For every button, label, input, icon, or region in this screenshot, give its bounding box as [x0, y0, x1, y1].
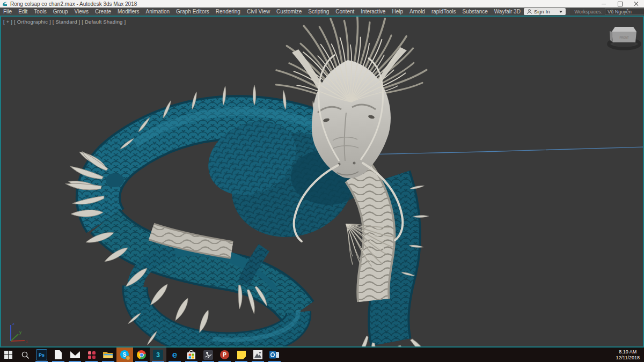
taskbar-store[interactable] [183, 348, 200, 362]
chrome-icon [137, 350, 146, 359]
menu-item-create[interactable]: Create [92, 8, 114, 16]
window-title: Rong colsap co chan2.max - Autodesk 3ds … [10, 1, 137, 7]
minimize-button[interactable] [596, 0, 612, 8]
photos-icon [253, 350, 262, 359]
menu-item-substance[interactable]: Substance [459, 8, 491, 16]
windows-start-icon [4, 351, 13, 359]
taskbar-notepad[interactable] [50, 348, 67, 362]
window-titlebar: Rong colsap co chan2.max - Autodesk 3ds … [0, 0, 644, 8]
3ds-max-icon: 3 [153, 350, 163, 360]
viewport-canvas[interactable]: FRONT z x y [1, 17, 643, 346]
dragon-neck-scutes [358, 173, 379, 300]
taskbar-edge[interactable]: e [166, 348, 183, 362]
taskbar-start-button[interactable] [0, 348, 17, 362]
menu-item-help[interactable]: Help [389, 8, 406, 16]
sign-in-button[interactable]: Sign In [524, 8, 566, 15]
menu-item-group[interactable]: Group [50, 8, 71, 16]
taskbar-chrome[interactable] [133, 348, 150, 362]
sketchup-icon [203, 350, 213, 360]
sign-in-caret-icon [559, 11, 562, 13]
viewport-label-row: [ + ] [ Orthographic ] [ Standard ] [ De… [3, 19, 126, 25]
axis-z-label: z [12, 321, 14, 326]
viewport-standard-menu[interactable]: [ Standard ] [53, 19, 80, 25]
taskbar-sketchup[interactable] [200, 348, 216, 362]
store-icon [187, 350, 196, 360]
window-accent-top [0, 16, 644, 17]
taskbar-pinterest[interactable]: P [216, 348, 233, 362]
viewport-general-menu[interactable]: [ + ] [3, 19, 12, 25]
taskbar-photoshop[interactable]: Ps [33, 348, 50, 362]
workspace-value: Vũ Nguyễn [608, 9, 632, 14]
sticky-notes-icon [237, 351, 246, 359]
menu-item-tools[interactable]: Tools [31, 8, 49, 16]
workspace-dropdown[interactable]: Vũ Nguyễn [605, 8, 644, 15]
mail-icon [70, 351, 80, 358]
search-icon [21, 351, 30, 359]
pinterest-icon: P [220, 350, 229, 359]
window-accent-left [0, 17, 1, 348]
taskbar-sticky-notes[interactable] [233, 348, 250, 362]
axis-y-label: y [19, 330, 21, 335]
viewport[interactable]: [ + ] [ Orthographic ] [ Standard ] [ De… [1, 17, 643, 346]
people-grid-icon [87, 351, 96, 359]
viewport-pov-menu[interactable]: [ Orthographic ] [14, 19, 51, 25]
clock-time: 8:10 AM [616, 349, 640, 355]
3ds-max-app-icon [2, 1, 8, 6]
folder-icon [103, 351, 113, 359]
document-icon [55, 350, 62, 359]
svg-text:S: S [122, 351, 126, 357]
world-axis-gizmo: z x y [11, 321, 28, 344]
taskbar-file-explorer[interactable] [100, 348, 116, 362]
outlook-icon: O [269, 350, 280, 359]
menu-item-file[interactable]: File [0, 8, 15, 16]
taskbar-skype[interactable]: S [116, 348, 133, 362]
skype-icon: S [120, 350, 130, 360]
taskbar-search-button[interactable] [17, 348, 33, 362]
taskbar-people[interactable] [83, 348, 100, 362]
axis-x-label: x [26, 339, 28, 344]
menu-item-rapidtools[interactable]: rapidTools [428, 8, 459, 16]
viewcube-front-label: FRONT [619, 36, 628, 39]
taskbar: Ps S 3 e [0, 348, 644, 362]
menu-item-customize[interactable]: Customize [273, 8, 305, 16]
menu-item-content[interactable]: Content [332, 8, 357, 16]
menu-item-interactive[interactable]: Interactive [357, 8, 389, 16]
menu-item-edit[interactable]: Edit [15, 8, 31, 16]
user-icon [527, 9, 532, 14]
photoshop-icon: Ps [36, 349, 47, 360]
workspaces-label: Workspaces: [574, 9, 602, 14]
menu-item-views[interactable]: Views [71, 8, 92, 16]
workspaces-group: Workspaces: Vũ Nguyễn [570, 8, 644, 16]
menu-bar: File Edit Tools Group Views Create Modif… [0, 8, 644, 16]
minimize-icon [602, 4, 606, 4]
taskbar-3ds-max[interactable]: 3 [150, 348, 166, 362]
close-button[interactable] [628, 0, 644, 8]
restore-button[interactable] [612, 0, 628, 8]
close-icon [634, 2, 638, 6]
viewcube[interactable]: FRONT [609, 27, 640, 49]
edge-icon: e [172, 350, 177, 359]
menu-item-modifiers[interactable]: Modifiers [114, 8, 143, 16]
spline-curve[interactable] [343, 147, 643, 155]
menu-item-wayfair-3d[interactable]: Wayfair 3D [491, 8, 524, 16]
viewport-shading-menu[interactable]: [ Default Shading ] [82, 19, 126, 25]
taskbar-clock[interactable]: 8:10 AM 12/11/2018 [614, 348, 644, 362]
menu-item-graph-editors[interactable]: Graph Editors [173, 8, 213, 16]
menu-item-scripting[interactable]: Scripting [305, 8, 332, 16]
menu-item-civil-view[interactable]: Civil View [244, 8, 273, 16]
restore-icon [618, 2, 623, 6]
taskbar-photos[interactable] [250, 348, 266, 362]
sign-in-label: Sign In [534, 9, 550, 14]
taskbar-mail[interactable] [67, 348, 83, 362]
clock-date: 12/11/2018 [616, 355, 640, 361]
menu-item-arnold[interactable]: Arnold [406, 8, 428, 16]
menu-item-animation[interactable]: Animation [143, 8, 173, 16]
taskbar-outlook[interactable]: O [266, 348, 283, 362]
menu-item-rendering[interactable]: Rendering [213, 8, 244, 16]
dragon-model[interactable] [65, 17, 430, 346]
